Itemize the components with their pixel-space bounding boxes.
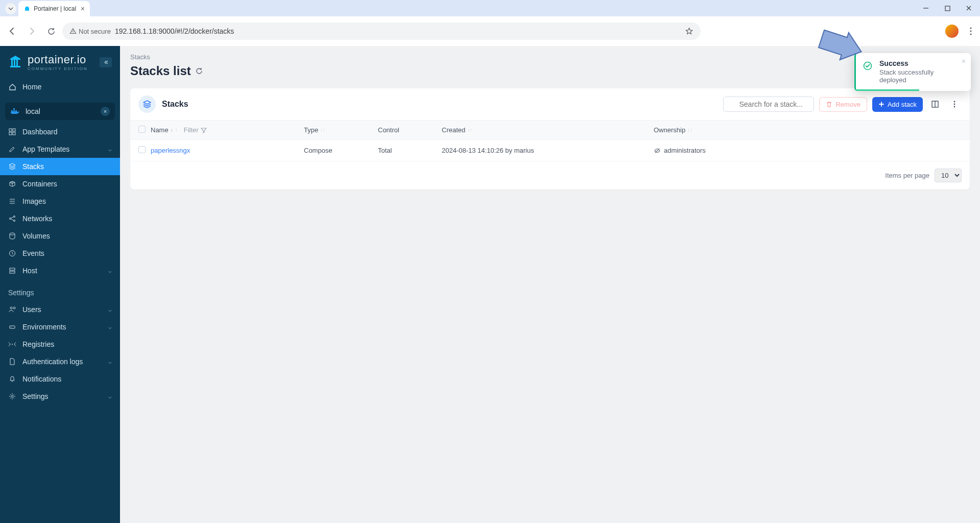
reload-button[interactable] [43, 23, 59, 39]
sidebar-item-home[interactable]: Home [0, 78, 120, 96]
row-checkbox[interactable] [138, 146, 146, 153]
toast-close-icon[interactable]: × [962, 57, 966, 65]
stack-link[interactable]: paperlessngx [151, 147, 190, 154]
svg-point-42 [954, 106, 955, 108]
filter-button[interactable]: Filter [184, 126, 207, 134]
sidebar-environment-chip[interactable]: local × [5, 103, 115, 120]
environment-name: local [26, 107, 40, 115]
chevron-down-icon: ⌵ [108, 306, 112, 313]
sidebar-item-label: Home [22, 83, 41, 91]
server-icon [8, 267, 16, 274]
select-all-checkbox[interactable] [138, 126, 146, 133]
breadcrumb[interactable]: Stacks [130, 53, 970, 61]
sidebar-item-networks[interactable]: Networks [0, 210, 120, 227]
funnel-icon [201, 127, 207, 133]
main-content: Stacks Stacks list Stacks [120, 46, 980, 523]
toast-message: Stack successfully deployed [879, 68, 950, 84]
address-bar[interactable]: Not secure 192.168.1.18:9000/#!/2/docker… [62, 22, 701, 40]
sidebar-item-settings[interactable]: Settings ⌵ [0, 388, 120, 405]
sidebar-item-label: Volumes [22, 232, 50, 240]
tab-bar: Portainer | local × [0, 0, 980, 16]
items-per-page-select[interactable]: 10 [935, 169, 962, 182]
toast-success: Success Stack successfully deployed × [854, 53, 971, 91]
sidebar-item-auth-logs[interactable]: Authentication logs ⌵ [0, 353, 120, 370]
database-icon [8, 232, 16, 240]
column-type[interactable]: Type ↓↑ [304, 126, 378, 134]
profile-avatar[interactable] [945, 25, 959, 38]
brand-name: portainer.io [28, 53, 88, 66]
sidebar-section-settings: Settings [0, 279, 120, 301]
table-footer: Items per page 10 [130, 161, 970, 189]
sidebar-item-stacks[interactable]: Stacks [0, 158, 120, 175]
minimize-button[interactable] [919, 2, 933, 14]
svg-point-31 [13, 307, 15, 309]
columns-button[interactable] [928, 97, 942, 111]
svg-point-25 [14, 220, 15, 222]
column-control[interactable]: Control [378, 126, 442, 134]
search-input[interactable] [723, 97, 814, 112]
refresh-icon[interactable] [195, 67, 203, 75]
address-row: Not secure 192.168.1.18:9000/#!/2/docker… [0, 16, 980, 46]
search-wrap [723, 97, 814, 112]
remove-button[interactable]: Remove [819, 97, 867, 112]
column-created[interactable]: Created ↓↑ [442, 126, 654, 134]
svg-rect-11 [10, 66, 20, 67]
environment-close-icon[interactable]: × [101, 107, 110, 116]
hard-drive-icon [8, 323, 16, 330]
maximize-button[interactable] [940, 2, 954, 14]
tab-close-icon[interactable]: × [81, 5, 85, 13]
svg-point-26 [10, 233, 15, 235]
warning-icon [69, 28, 77, 35]
column-ownership[interactable]: Ownership ↓↑ [654, 126, 962, 134]
tab-search-dropdown[interactable] [5, 3, 16, 14]
browser-chrome: Portainer | local × Not secure 192.168.1… [0, 0, 980, 46]
cell-control: Total [378, 147, 442, 154]
table-header: Name ↓ ↑ Filter Type ↓↑ Control Created [130, 120, 970, 140]
column-name[interactable]: Name ↓ ↑ Filter [151, 126, 304, 134]
svg-rect-19 [13, 132, 15, 135]
svg-point-34 [12, 344, 13, 345]
check-circle-icon [863, 61, 872, 70]
browser-menu-icon[interactable] [966, 27, 976, 35]
sidebar-item-events[interactable]: Events [0, 245, 120, 262]
sidebar-item-notifications[interactable]: Notifications [0, 370, 120, 388]
sidebar-collapse-button[interactable] [100, 57, 112, 67]
svg-rect-2 [945, 6, 950, 11]
svg-point-23 [10, 218, 11, 220]
add-stack-button[interactable]: Add stack [872, 97, 923, 112]
sidebar-item-volumes[interactable]: Volumes [0, 227, 120, 245]
sidebar-item-registries[interactable]: Registries [0, 336, 120, 353]
more-button[interactable] [947, 97, 962, 111]
forward-button[interactable] [23, 23, 40, 39]
sidebar-item-dashboard[interactable]: Dashboard [0, 123, 120, 140]
sidebar-item-host[interactable]: Host ⌵ [0, 262, 120, 279]
page-title: Stacks list [130, 64, 970, 78]
security-indicator[interactable]: Not secure [69, 28, 111, 35]
sidebar-item-images[interactable]: Images [0, 193, 120, 210]
trash-icon [826, 101, 832, 108]
svg-point-41 [954, 104, 955, 105]
sidebar-item-users[interactable]: Users ⌵ [0, 301, 120, 318]
portainer-favicon-icon [23, 5, 31, 12]
sidebar-item-containers[interactable]: Containers [0, 175, 120, 193]
sidebar-item-app-templates[interactable]: App Templates ⌵ [0, 140, 120, 158]
sidebar-item-label: Notifications [22, 375, 61, 383]
edit-icon [8, 146, 16, 153]
sidebar: portainer.io COMMUNITY EDITION Home loca… [0, 46, 120, 523]
sidebar-item-label: Host [22, 267, 37, 275]
sidebar-item-label: Users [22, 305, 41, 314]
app-root: portainer.io COMMUNITY EDITION Home loca… [0, 46, 980, 523]
sidebar-logo[interactable]: portainer.io COMMUNITY EDITION [0, 46, 120, 78]
svg-rect-10 [16, 60, 18, 66]
svg-point-35 [11, 395, 13, 397]
back-button[interactable] [4, 23, 20, 39]
sidebar-item-label: App Templates [22, 145, 69, 153]
chevron-left-icon [103, 60, 108, 65]
sidebar-item-environments[interactable]: Environments ⌵ [0, 318, 120, 336]
browser-tab[interactable]: Portainer | local × [18, 1, 90, 16]
bookmark-star-icon[interactable] [685, 27, 694, 36]
close-window-button[interactable] [962, 2, 976, 14]
svg-rect-15 [13, 108, 15, 110]
sidebar-item-label: Images [22, 197, 46, 205]
svg-rect-9 [14, 60, 15, 66]
